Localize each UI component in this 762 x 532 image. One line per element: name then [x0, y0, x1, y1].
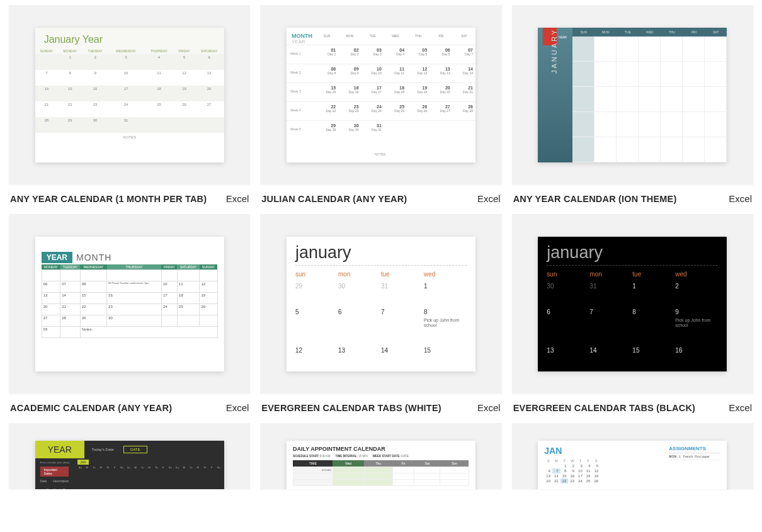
template-title: EVERGREEN CALENDAR TABS (WHITE) — [261, 403, 441, 413]
template-card[interactable]: MONTH YEAR SUNMONTUEWEDTHUFRISAT Week 10… — [260, 5, 501, 204]
template-card[interactable]: DAILY APPOINTMENT CALENDAR SCHEDULE STAR… — [260, 423, 501, 489]
template-app: Excel — [226, 402, 249, 413]
template-card[interactable]: YEAR JANUARY SUNMONTUEWEDTHUFRISAT — [512, 5, 753, 204]
template-app: Excel — [477, 193, 501, 204]
template-card[interactable]: January Year SUNDAYMONDAYTUESDAYWEDNESDA… — [9, 5, 250, 204]
template-title: ANY YEAR CALENDAR (ION THEME) — [513, 194, 677, 204]
template-thumbnail: DAILY APPOINTMENT CALENDAR SCHEDULE STAR… — [260, 423, 501, 489]
template-app: Excel — [226, 193, 249, 204]
template-thumbnail: YEAR JANUARY SUNMONTUEWEDTHUFRISAT — [512, 5, 753, 184]
template-card[interactable]: january sunmontuewed 2930311 5678Pick up… — [260, 214, 501, 413]
template-title: EVERGREEN CALENDAR TABS (BLACK) — [513, 403, 696, 413]
template-title: ACADEMIC CALENDAR (ANY YEAR) — [10, 403, 172, 413]
template-card[interactable]: YEAR MONTH MONDAYTUESDAYWEDNESDAYTHURSDA… — [9, 214, 250, 413]
template-card[interactable]: JAN SMTWTFS 12345 6789101112 13141516171… — [512, 423, 753, 489]
template-app: Excel — [477, 402, 501, 413]
template-thumbnail: January Year SUNDAYMONDAYTUESDAYWEDNESDA… — [9, 5, 250, 184]
template-title: JULIAN CALENDAR (ANY YEAR) — [261, 194, 407, 204]
template-card[interactable]: YEAR Today's Date:DATE Enter calendar ye… — [9, 423, 250, 489]
template-thumbnail: january sunmontuewed 303112 6789Pick up … — [512, 214, 753, 393]
template-title: ANY YEAR CALENDAR (1 MONTH PER TAB) — [10, 194, 207, 204]
template-thumbnail: JAN SMTWTFS 12345 6789101112 13141516171… — [512, 423, 753, 489]
template-thumbnail: MONTH YEAR SUNMONTUEWEDTHUFRISAT Week 10… — [260, 5, 501, 184]
template-thumbnail: YEAR Today's Date:DATE Enter calendar ye… — [9, 423, 250, 489]
template-grid: January Year SUNDAYMONDAYTUESDAYWEDNESDA… — [9, 5, 753, 489]
template-card[interactable]: january sunmontuewed 303112 6789Pick up … — [512, 214, 753, 413]
template-app: Excel — [729, 193, 752, 204]
template-app: Excel — [729, 402, 752, 413]
preview-month-year: January Year — [35, 28, 224, 48]
template-thumbnail: YEAR MONTH MONDAYTUESDAYWEDNESDAYTHURSDA… — [9, 214, 250, 393]
template-thumbnail: january sunmontuewed 2930311 5678Pick up… — [260, 214, 501, 393]
